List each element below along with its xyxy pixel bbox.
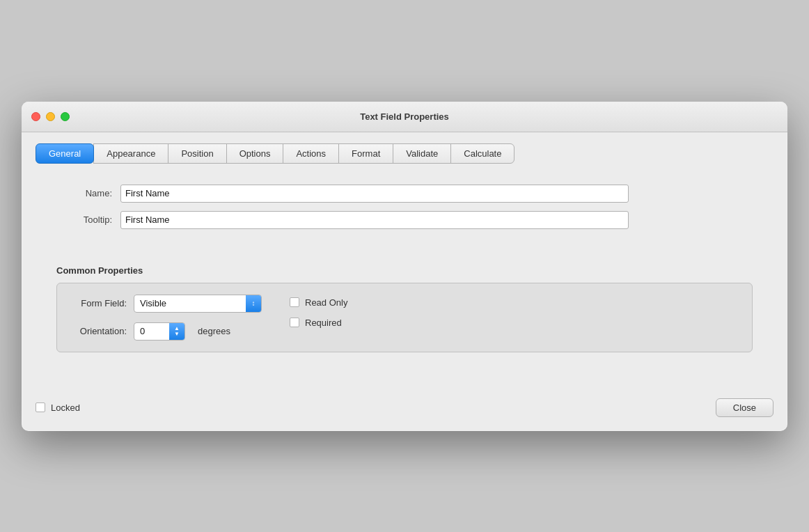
- name-row: Name:: [56, 185, 753, 203]
- tab-format[interactable]: Format: [338, 143, 393, 164]
- locked-row: Locked: [36, 402, 80, 413]
- common-properties-title: Common Properties: [56, 265, 753, 276]
- minimize-traffic-light[interactable]: [46, 112, 55, 121]
- name-input[interactable]: [120, 185, 629, 203]
- bottom-bar: Locked Close: [22, 387, 787, 431]
- locked-checkbox[interactable]: [36, 402, 45, 412]
- read-only-checkbox[interactable]: [290, 297, 299, 307]
- read-only-label: Read Only: [305, 297, 347, 308]
- form-field-label: Form Field:: [71, 298, 127, 308]
- required-checkbox[interactable]: [290, 318, 299, 327]
- tab-position[interactable]: Position: [168, 143, 226, 164]
- main-window: Text Field Properties General Appearance…: [22, 102, 787, 431]
- read-only-row: Read Only: [290, 297, 347, 308]
- maximize-traffic-light[interactable]: [61, 112, 70, 121]
- tab-general[interactable]: General: [36, 143, 94, 164]
- tooltip-label: Tooltip:: [56, 214, 112, 225]
- orientation-arrow[interactable]: ▲ ▼: [169, 323, 184, 340]
- form-field-select[interactable]: Visible ↕: [134, 295, 262, 313]
- form-field-row: Form Field: Visible ↕: [71, 295, 262, 313]
- orientation-row: Orientation: 0 ▲ ▼ degrees: [71, 322, 262, 341]
- tab-appearance[interactable]: Appearance: [93, 143, 168, 164]
- down-arrow-icon: ▼: [174, 331, 180, 337]
- tooltip-row: Tooltip:: [56, 211, 753, 229]
- orientation-value: 0: [134, 326, 169, 336]
- tab-actions[interactable]: Actions: [283, 143, 339, 164]
- orientation-label: Orientation:: [71, 326, 127, 336]
- tab-bar: General Appearance Position Options Acti…: [36, 143, 773, 164]
- window-title: Text Field Properties: [360, 111, 449, 122]
- content-area: General Appearance Position Options Acti…: [22, 132, 787, 366]
- common-properties-section: Common Properties Form Field: Visible ↕ …: [36, 265, 773, 352]
- tooltip-input[interactable]: [120, 211, 629, 229]
- degrees-label: degrees: [198, 326, 230, 336]
- locked-label: Locked: [51, 402, 80, 413]
- traffic-lights: [31, 112, 70, 121]
- common-properties-box: Form Field: Visible ↕ Orientation: 0 ▲: [56, 283, 753, 352]
- tab-calculate[interactable]: Calculate: [450, 143, 515, 164]
- close-button[interactable]: Close: [716, 398, 773, 417]
- form-section: Name: Tooltip:: [36, 178, 773, 244]
- tab-validate[interactable]: Validate: [393, 143, 451, 164]
- cp-left: Form Field: Visible ↕ Orientation: 0 ▲: [71, 295, 262, 341]
- required-row: Required: [290, 318, 347, 328]
- name-label: Name:: [56, 188, 112, 198]
- tab-options[interactable]: Options: [226, 143, 284, 164]
- form-field-value: Visible: [134, 298, 246, 308]
- cp-right: Read Only Required: [290, 295, 347, 328]
- close-traffic-light[interactable]: [31, 112, 40, 121]
- required-label: Required: [305, 318, 342, 328]
- orientation-spinner[interactable]: 0 ▲ ▼: [134, 322, 185, 341]
- titlebar: Text Field Properties: [22, 102, 787, 132]
- form-field-arrow[interactable]: ↕: [246, 295, 261, 312]
